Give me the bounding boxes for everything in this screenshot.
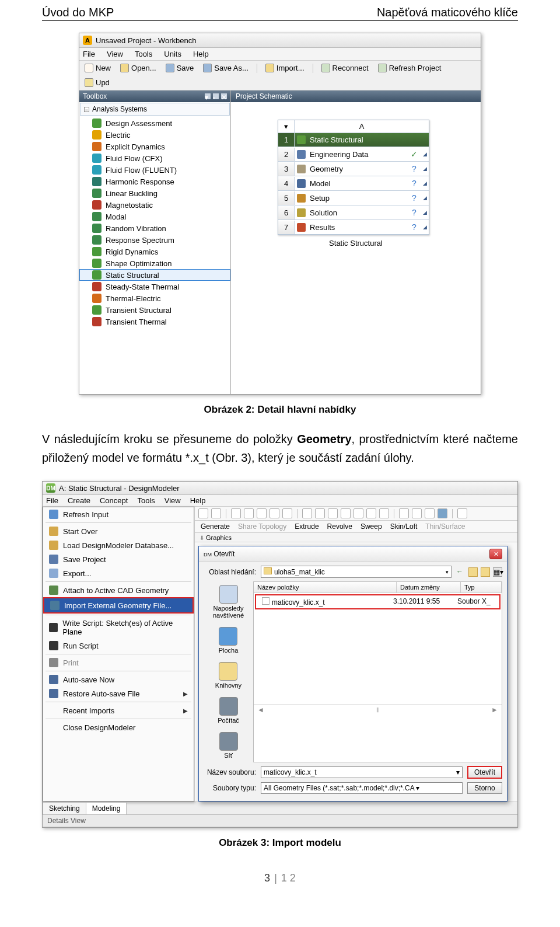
toolbox-item[interactable]: Transient Structural bbox=[79, 304, 230, 316]
system-dropdown[interactable]: ▾ bbox=[278, 120, 295, 133]
close-icon[interactable]: ✕ bbox=[221, 93, 227, 99]
menu-file[interactable]: File bbox=[83, 50, 95, 58]
collapse-icon[interactable]: − bbox=[84, 107, 89, 112]
zoom-out-icon[interactable] bbox=[341, 508, 351, 518]
system-cell[interactable]: 5Setup?◢ bbox=[278, 191, 429, 205]
toolbox-item[interactable]: Harmonic Response bbox=[79, 176, 230, 187]
icon[interactable] bbox=[457, 508, 467, 518]
toolbox-item[interactable]: Rigid Dynamics bbox=[79, 246, 230, 257]
system-cell[interactable]: 4Model?◢ bbox=[278, 176, 429, 191]
rotate-icon[interactable] bbox=[366, 508, 376, 518]
close-button[interactable]: ✕ bbox=[489, 549, 502, 559]
toolbox-item[interactable]: Modal bbox=[79, 211, 230, 222]
pan-icon[interactable] bbox=[211, 508, 221, 518]
menu-item[interactable]: Refresh Input bbox=[43, 507, 194, 521]
tb-update[interactable]: Upd bbox=[82, 77, 113, 88]
view-icon[interactable]: ▦▾ bbox=[493, 567, 502, 577]
toolbox-group[interactable]: − Analysis Systems bbox=[80, 103, 230, 116]
toolbox-item[interactable]: Linear Buckling bbox=[79, 187, 230, 199]
dm-menu-view[interactable]: View bbox=[164, 496, 181, 505]
toolbox-item[interactable]: Shape Optimization bbox=[79, 257, 230, 269]
col-type[interactable]: Typ bbox=[461, 582, 502, 593]
icon[interactable] bbox=[282, 508, 292, 518]
toolbox-item[interactable]: Static Structural bbox=[79, 269, 230, 281]
system-block[interactable]: ▾ A 1 Static Structural 2Engineering Dat… bbox=[278, 120, 429, 235]
toolbox-item[interactable]: Steady-State Thermal bbox=[79, 281, 230, 292]
icon[interactable] bbox=[231, 508, 241, 518]
places-item[interactable]: Plocha bbox=[219, 627, 239, 654]
file-row[interactable]: maticovy_klic.x_t 3.10.2011 9:55 Soubor … bbox=[255, 594, 501, 609]
file-list[interactable]: Název položky Datum změny Typ maticovy_k… bbox=[253, 581, 502, 762]
icon[interactable] bbox=[425, 508, 435, 518]
system-cell[interactable]: 7Results?◢ bbox=[278, 220, 429, 235]
toolbox-item[interactable]: Fluid Flow (FLUENT) bbox=[79, 164, 230, 176]
extrude-button[interactable]: Extrude bbox=[292, 522, 318, 531]
col-name[interactable]: Název položky bbox=[254, 582, 397, 593]
dm-menu-concept[interactable]: Concept bbox=[100, 496, 128, 505]
dropdown-icon[interactable]: ▾ bbox=[205, 93, 211, 99]
menu-units[interactable]: Units bbox=[164, 50, 181, 58]
select-icon[interactable] bbox=[198, 508, 208, 518]
cancel-button[interactable]: Storno bbox=[467, 782, 502, 794]
menu-item[interactable]: Write Script: Sketch(es) of Active Plane bbox=[43, 616, 194, 639]
look-in-combo[interactable]: uloha5_mat_klic▾ bbox=[261, 566, 452, 578]
sweep-button[interactable]: Sweep bbox=[358, 522, 382, 531]
tab-modeling[interactable]: Modeling bbox=[86, 802, 127, 814]
menu-item[interactable]: Recent Imports▶ bbox=[43, 703, 194, 717]
share-topology-button[interactable]: Share Topology bbox=[236, 522, 286, 531]
tb-import[interactable]: Import... bbox=[262, 62, 307, 74]
back-icon[interactable]: ← bbox=[456, 567, 466, 577]
up-icon[interactable] bbox=[468, 567, 478, 577]
menu-item[interactable]: Import External Geometry File... bbox=[43, 597, 194, 614]
zoom-fit-icon[interactable] bbox=[315, 508, 325, 518]
icon[interactable] bbox=[412, 508, 422, 518]
filetype-combo[interactable]: All Geometry Files (*.sat;*.sab;*.model;… bbox=[261, 782, 463, 794]
places-item[interactable]: Naposledy navštívené bbox=[204, 585, 253, 619]
toolbox-item[interactable]: Design Assessment bbox=[79, 117, 230, 129]
new-folder-icon[interactable] bbox=[481, 567, 490, 577]
system-cell[interactable]: 3Geometry?◢ bbox=[278, 162, 429, 176]
iso-icon[interactable] bbox=[399, 508, 409, 518]
system-cell[interactable]: 6Solution?◢ bbox=[278, 205, 429, 220]
tb-refresh[interactable]: Refresh Project bbox=[375, 62, 444, 74]
thin-surface-button[interactable]: Thin/Surface bbox=[423, 522, 465, 531]
places-item[interactable]: Počítač bbox=[218, 697, 239, 724]
menu-item[interactable]: Save Project bbox=[43, 552, 194, 566]
skin-loft-button[interactable]: Skin/Loft bbox=[388, 522, 418, 531]
menu-item[interactable]: Print bbox=[43, 656, 194, 670]
icon[interactable] bbox=[244, 508, 254, 518]
dm-menu-help[interactable]: Help bbox=[190, 496, 206, 505]
zoom-in-icon[interactable] bbox=[328, 508, 338, 518]
toolbox-item[interactable]: Magnetostatic bbox=[79, 199, 230, 211]
icon[interactable] bbox=[438, 508, 447, 518]
toolbox-item[interactable]: Transient Thermal bbox=[79, 316, 230, 327]
places-item[interactable]: Síť bbox=[219, 732, 238, 759]
menu-tools[interactable]: Tools bbox=[135, 50, 152, 58]
dm-menu-create[interactable]: Create bbox=[68, 496, 90, 505]
toolbox-item[interactable]: Fluid Flow (CFX) bbox=[79, 152, 230, 164]
revolve-button[interactable]: Revolve bbox=[325, 522, 352, 531]
menu-item[interactable]: Run Script bbox=[43, 639, 194, 653]
system-cell[interactable]: 2Engineering Data✓◢ bbox=[278, 147, 429, 162]
menu-item[interactable]: Export... bbox=[43, 566, 194, 580]
menu-item[interactable]: Load DesignModeler Database... bbox=[43, 538, 194, 552]
tb-reconnect[interactable]: Reconnect bbox=[318, 62, 372, 74]
filename-combo[interactable]: maticovy_klic.x_t▾ bbox=[261, 766, 463, 778]
pin-icon[interactable]: ▫ bbox=[213, 93, 219, 99]
menu-view[interactable]: View bbox=[107, 50, 123, 58]
toolbox-item[interactable]: Random Vibration bbox=[79, 222, 230, 234]
tab-sketching[interactable]: Sketching bbox=[43, 802, 86, 814]
icon[interactable] bbox=[270, 508, 279, 518]
menu-item[interactable]: Start Over bbox=[43, 524, 194, 538]
tb-new[interactable]: New bbox=[82, 62, 114, 74]
toolbox-item[interactable]: Thermal-Electric bbox=[79, 292, 230, 304]
dm-menu-file[interactable]: File bbox=[46, 496, 58, 505]
col-date[interactable]: Datum změny bbox=[397, 582, 461, 593]
tb-save[interactable]: Save bbox=[163, 62, 197, 74]
menu-item[interactable]: Auto-save Now bbox=[43, 672, 194, 686]
toolbox-item[interactable]: Explicit Dynamics bbox=[79, 141, 230, 152]
zoom-box-icon[interactable] bbox=[354, 508, 363, 518]
icon[interactable] bbox=[379, 508, 389, 518]
toolbox-item[interactable]: Response Spectrum bbox=[79, 234, 230, 246]
tb-open[interactable]: Open... bbox=[117, 62, 159, 74]
